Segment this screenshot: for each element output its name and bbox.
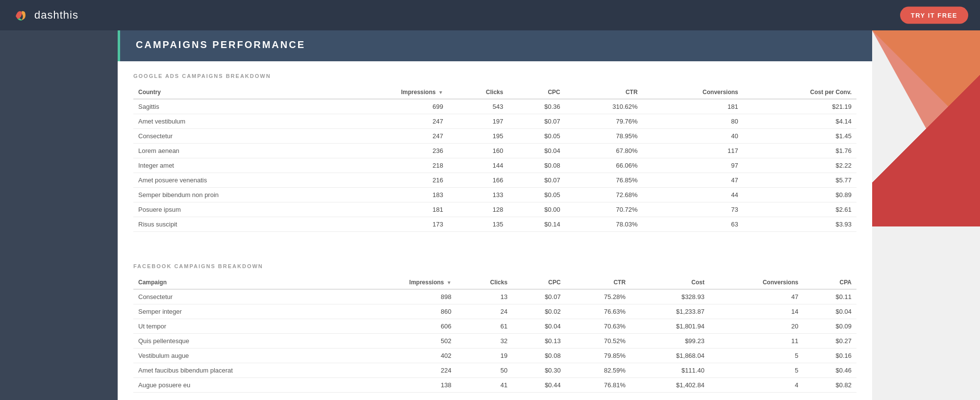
cell-clicks: 13 xyxy=(456,289,512,304)
cell-impressions: 236 xyxy=(333,144,448,158)
google-table-header-row: Country Impressions ▼ Clicks CPC CTR Con… xyxy=(133,86,856,99)
facebook-col-cost: Cost xyxy=(630,276,709,289)
cell-clicks: 24 xyxy=(456,304,512,319)
facebook-col-ctr: CTR xyxy=(566,276,630,289)
cell-ctr: 75.28% xyxy=(566,289,630,304)
google-col-cpc: CPC xyxy=(508,86,565,99)
google-col-cost-per-conv: Cost per Conv. xyxy=(743,86,856,99)
cell-cost-per-conv: $2.22 xyxy=(743,158,856,173)
try-it-free-button[interactable]: TRY IT FREE xyxy=(900,7,968,24)
facebook-section-label: FACEBOOK CAMPAIGNS BREAKDOWN xyxy=(133,263,856,269)
cell-clicks: 128 xyxy=(448,202,508,217)
google-col-conversions: Conversions xyxy=(643,86,743,99)
cell-conversions: 80 xyxy=(643,114,743,129)
cell-impressions: 247 xyxy=(333,114,448,129)
cell-ctr: 78.95% xyxy=(565,129,643,144)
cell-campaign: Augue posuere eu xyxy=(133,378,349,393)
cell-conversions: 44 xyxy=(643,188,743,202)
cell-cost-per-conv: $21.19 xyxy=(743,99,856,114)
cell-campaign: Semper integer xyxy=(133,304,349,319)
cell-campaign: Consectetur xyxy=(133,289,349,304)
cell-impressions: 173 xyxy=(333,217,448,232)
cell-impressions: 860 xyxy=(349,304,456,319)
cell-campaign: Amet faucibus bibendum placerat xyxy=(133,363,349,378)
cell-clicks: 19 xyxy=(456,349,512,363)
deco-triangle-red xyxy=(872,30,980,226)
cell-cost: $99.23 xyxy=(630,334,709,349)
facebook-col-campaign: Campaign xyxy=(133,276,349,289)
content-area: GOOGLE ADS CAMPAIGNS BREAKDOWN Country I… xyxy=(118,61,872,400)
facebook-ads-table: Campaign Impressions ▼ Clicks CPC CTR Co… xyxy=(133,276,856,393)
logo-text: dashthis xyxy=(34,9,78,22)
cell-clicks: 195 xyxy=(448,129,508,144)
cell-conversions: 117 xyxy=(643,144,743,158)
cell-clicks: 32 xyxy=(456,334,512,349)
table-row: Integer amet 218 144 $0.08 66.06% 97 $2.… xyxy=(133,158,856,173)
section-separator xyxy=(133,248,856,263)
facebook-table-header-row: Campaign Impressions ▼ Clicks CPC CTR Co… xyxy=(133,276,856,289)
cell-cpc: $0.08 xyxy=(508,158,565,173)
table-row: Ut tempor 606 61 $0.04 70.63% $1,801.94 … xyxy=(133,319,856,334)
header: dashthis TRY IT FREE xyxy=(0,0,980,30)
cell-cpa: $0.46 xyxy=(803,363,856,378)
cell-cpc: $0.30 xyxy=(512,363,566,378)
cell-ctr: 70.72% xyxy=(565,202,643,217)
table-row: Augue posuere eu 138 41 $0.44 76.81% $1,… xyxy=(133,378,856,393)
cell-impressions: 216 xyxy=(333,173,448,188)
cell-cost: $1,868.04 xyxy=(630,349,709,363)
cell-ctr: 79.76% xyxy=(565,114,643,129)
table-row: Lorem aenean 236 160 $0.04 67.80% 117 $1… xyxy=(133,144,856,158)
cell-impressions: 502 xyxy=(349,334,456,349)
right-decoration xyxy=(872,30,980,400)
cell-conversions: 40 xyxy=(643,129,743,144)
cell-clicks: 144 xyxy=(448,158,508,173)
cell-conversions: 20 xyxy=(709,319,803,334)
cell-impressions: 898 xyxy=(349,289,456,304)
logo-area: dashthis xyxy=(12,6,78,24)
cell-cpc: $0.04 xyxy=(512,319,566,334)
cell-conversions: 181 xyxy=(643,99,743,114)
cell-cpc: $0.02 xyxy=(512,304,566,319)
cell-impressions: 699 xyxy=(333,99,448,114)
cell-cpa: $0.11 xyxy=(803,289,856,304)
cell-ctr: 67.80% xyxy=(565,144,643,158)
table-row: Posuere ipsum 181 128 $0.00 70.72% 73 $2… xyxy=(133,202,856,217)
table-row: Quis pellentesque 502 32 $0.13 70.52% $9… xyxy=(133,334,856,349)
table-row: Semper bibendum non proin 183 133 $0.05 … xyxy=(133,188,856,202)
cell-conversions: 5 xyxy=(709,349,803,363)
facebook-col-cpa: CPA xyxy=(803,276,856,289)
cell-ctr: 82.59% xyxy=(566,363,630,378)
cell-clicks: 50 xyxy=(456,363,512,378)
cell-cpc: $0.05 xyxy=(508,188,565,202)
cell-country: Posuere ipsum xyxy=(133,202,333,217)
cell-cost: $328.93 xyxy=(630,289,709,304)
cell-conversions: 5 xyxy=(709,363,803,378)
table-row: Vestibulum augue 402 19 $0.08 79.85% $1,… xyxy=(133,349,856,363)
cell-cpc: $0.07 xyxy=(508,114,565,129)
cell-clicks: 160 xyxy=(448,144,508,158)
cell-ctr: 79.85% xyxy=(566,349,630,363)
cell-ctr: 78.03% xyxy=(565,217,643,232)
cell-campaign: Vestibulum augue xyxy=(133,349,349,363)
google-col-impressions[interactable]: Impressions ▼ xyxy=(333,86,448,99)
table-row: Risus suscipit 173 135 $0.14 78.03% 63 $… xyxy=(133,217,856,232)
table-row: Consectetur 898 13 $0.07 75.28% $328.93 … xyxy=(133,289,856,304)
cell-ctr: 76.63% xyxy=(566,304,630,319)
cell-impressions: 402 xyxy=(349,349,456,363)
google-col-clicks: Clicks xyxy=(448,86,508,99)
cell-country: Integer amet xyxy=(133,158,333,173)
facebook-col-conversions: Conversions xyxy=(709,276,803,289)
cell-clicks: 135 xyxy=(448,217,508,232)
facebook-col-cpc: CPC xyxy=(512,276,566,289)
cell-clicks: 41 xyxy=(456,378,512,393)
cell-ctr: 76.85% xyxy=(565,173,643,188)
table-row: Amet posuere venenatis 216 166 $0.07 76.… xyxy=(133,173,856,188)
cell-conversions: 47 xyxy=(709,289,803,304)
sidebar xyxy=(0,30,118,400)
facebook-col-impressions[interactable]: Impressions ▼ xyxy=(349,276,456,289)
cell-cost: $1,402.84 xyxy=(630,378,709,393)
cell-cpa: $0.09 xyxy=(803,319,856,334)
google-ads-table: Country Impressions ▼ Clicks CPC CTR Con… xyxy=(133,86,856,232)
cell-clicks: 197 xyxy=(448,114,508,129)
cell-impressions: 183 xyxy=(333,188,448,202)
